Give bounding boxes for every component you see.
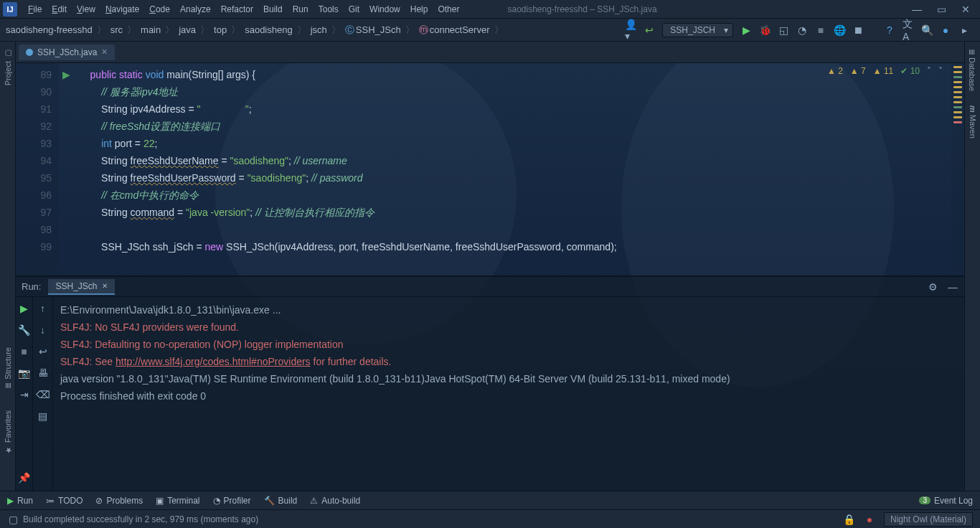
menu-build[interactable]: Build (258, 4, 288, 14)
menu-view[interactable]: View (72, 4, 100, 14)
run-tab[interactable]: SSH_JSch ✕ (48, 279, 114, 295)
rerun-icon[interactable]: ▶ (19, 303, 30, 314)
gutter-icons[interactable]: ▶ (59, 63, 73, 275)
navigation-bar: saodisheng-freesshd〉src〉main〉java〉top〉sa… (0, 19, 980, 42)
exit-icon[interactable]: ⇥ (19, 389, 30, 400)
stop-icon[interactable]: ■ (815, 24, 826, 36)
tool-database[interactable]: ≣ Database (968, 49, 977, 91)
right-tool-strip: ≣ Database m Maven (964, 42, 980, 491)
tool-project[interactable]: Project ▢ (3, 49, 12, 85)
settings-icon[interactable]: ▸ (958, 24, 970, 36)
crumb-4[interactable]: top (214, 24, 227, 35)
crumb-0[interactable]: saodisheng-freesshd (6, 24, 93, 35)
run-settings-icon[interactable]: ⚙ (927, 281, 938, 293)
chevron-right-icon: 〉 (494, 24, 504, 37)
tool-maven[interactable]: m Maven (969, 105, 977, 138)
coverage-icon[interactable]: ◱ (778, 24, 789, 36)
minimize-icon[interactable]: — (911, 4, 923, 15)
wrap-icon[interactable]: ↩ (37, 346, 49, 357)
menu-tools[interactable]: Tools (314, 4, 344, 14)
git-icon[interactable]: ⏹ (852, 24, 864, 36)
event-log[interactable]: 3 Event Log (919, 496, 973, 506)
profile-icon[interactable]: ◔ (796, 24, 808, 36)
status-icon[interactable]: ▢ (7, 514, 19, 525)
update-icon[interactable]: ● (940, 24, 951, 36)
notify-icon[interactable]: ● (864, 514, 875, 525)
search-icon[interactable]: 🔍 (921, 24, 933, 36)
crumb-2[interactable]: main (141, 24, 161, 35)
run-icon[interactable]: ▶ (740, 24, 752, 36)
camera-icon[interactable]: 📷 (19, 367, 30, 379)
status-bar: ▢ Build completed successfully in 2 sec,… (0, 509, 980, 528)
crumb-8[interactable]: ⓜ connectServer (419, 24, 490, 37)
code-content[interactable]: public static void main(String[] args) {… (73, 63, 951, 275)
file-type-icon (26, 49, 33, 56)
app-logo: IJ (3, 2, 17, 16)
console-line: E:\Environment\Java\jdk1.8.0_131\bin\jav… (60, 301, 957, 319)
stop-run-icon[interactable]: ■ (19, 346, 30, 357)
bottom-terminal[interactable]: ▣ Terminal (156, 496, 199, 506)
pin-icon[interactable]: 📌 (19, 472, 30, 484)
globe-icon[interactable]: 🌐 (834, 24, 845, 36)
menu-code[interactable]: Code (144, 4, 175, 14)
console-line: SLF4J: See http://www.slf4j.org/codes.ht… (60, 353, 957, 370)
bottom-problems[interactable]: ⊘ Problems (95, 496, 143, 506)
left-tool-strip: Project ▢ ≣ Structure ★ Favorites (0, 42, 16, 491)
print-icon[interactable]: 🖶 (37, 367, 49, 379)
crumb-6[interactable]: jsch (311, 24, 327, 35)
close-run-tab-icon[interactable]: ✕ (102, 282, 108, 290)
menu-run[interactable]: Run (288, 4, 314, 14)
theme-indicator[interactable]: Night Owl (Material) (884, 512, 973, 527)
file-tab[interactable]: SSH_JSch.java ✕ (19, 44, 115, 60)
layout-icon[interactable]: ▤ (37, 410, 49, 422)
back-icon[interactable]: ↩ (644, 24, 655, 36)
tool-structure[interactable]: ≣ Structure (3, 347, 12, 389)
menu-bar: IJ FileEditViewNavigateCodeAnalyzeRefact… (0, 0, 980, 19)
bottom-todo[interactable]: ≔ TODO (46, 496, 83, 506)
menu-analyze[interactable]: Analyze (175, 4, 216, 14)
wrench-icon[interactable]: 🔧 (19, 324, 30, 336)
user-icon[interactable]: 👤▾ (625, 24, 636, 36)
console-line: Process finished with exit code 0 (60, 387, 957, 405)
menu-edit[interactable]: Edit (47, 4, 72, 14)
crumb-3[interactable]: java (179, 24, 196, 35)
down-icon[interactable]: ↓ (37, 324, 49, 336)
console-output[interactable]: E:\Environment\Java\jdk1.8.0_131\bin\jav… (53, 297, 964, 491)
close-tab-icon[interactable]: ✕ (101, 47, 108, 57)
crumb-7[interactable]: Ⓒ SSH_JSch (345, 24, 401, 37)
bottom-run[interactable]: ▶ Run (7, 496, 33, 506)
editor-tabs: SSH_JSch.java ✕ (16, 42, 964, 63)
status-message: Build completed successfully in 2 sec, 9… (23, 514, 258, 524)
run-hide-icon[interactable]: — (947, 281, 958, 293)
menu-file[interactable]: File (23, 4, 47, 14)
error-stripe[interactable] (951, 63, 964, 275)
maximize-icon[interactable]: ▭ (936, 4, 947, 15)
clear-icon[interactable]: ⌫ (37, 389, 49, 400)
run-actions-secondary: ↑ ↓ ↩ 🖶 ⌫ ▤ (33, 297, 53, 491)
menu-other[interactable]: Other (433, 4, 464, 14)
code-editor[interactable]: 8990919293949596979899 ▶ public static v… (16, 63, 964, 275)
bottom-build[interactable]: 🔨 Build (264, 496, 298, 506)
lock-icon[interactable]: 🔒 (844, 514, 855, 525)
tool-favorites[interactable]: ★ Favorites (3, 410, 12, 455)
translate-icon[interactable]: 文A (903, 24, 914, 36)
close-icon[interactable]: ✕ (960, 4, 971, 15)
help-icon[interactable]: ? (884, 24, 895, 36)
crumb-1[interactable]: src (110, 24, 123, 35)
menu-help[interactable]: Help (405, 4, 433, 14)
bottom-profiler[interactable]: ◔ Profiler (213, 496, 251, 506)
crumb-5[interactable]: saodisheng (245, 24, 293, 35)
menu-refactor[interactable]: Refactor (216, 4, 258, 14)
inspection-summary[interactable]: ▲ 2 ▲ 7 ▲ 11 ✔ 10 ˄˅ (827, 66, 943, 76)
breadcrumb[interactable]: saodisheng-freesshd〉src〉main〉java〉top〉sa… (6, 24, 625, 37)
menu-git[interactable]: Git (344, 4, 364, 14)
debug-icon[interactable]: 🐞 (759, 24, 771, 36)
menu-navigate[interactable]: Navigate (100, 4, 144, 14)
chevron-right-icon: 〉 (231, 24, 240, 37)
run-actions-primary: ▶ 🔧 ■ 📷 ⇥ 📌 (16, 297, 33, 491)
up-icon[interactable]: ↑ (37, 303, 49, 314)
bottom-autobuild[interactable]: ⚠ Auto-build (310, 496, 360, 506)
run-config-select[interactable]: SSH_JSCH ▾ (662, 23, 733, 37)
chevron-right-icon: 〉 (297, 24, 306, 37)
menu-window[interactable]: Window (364, 4, 405, 14)
